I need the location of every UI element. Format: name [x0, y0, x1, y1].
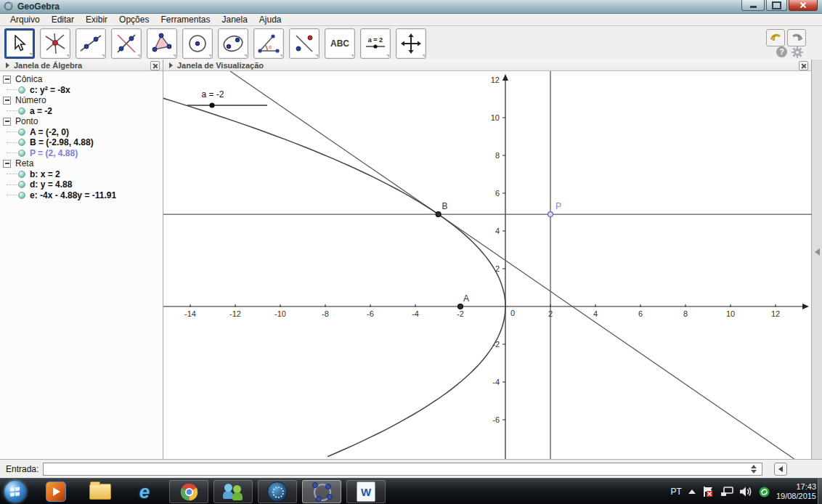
- minimize-button[interactable]: [741, 0, 765, 11]
- algebra-tree: Cônicac: y² = -8xNúmeroa = -2PontoA = (-…: [0, 71, 163, 200]
- menu-opções[interactable]: Opções: [113, 15, 155, 25]
- algebra-item[interactable]: P = (2, 4.88): [3, 148, 163, 159]
- text-tool-button[interactable]: ABC: [325, 28, 355, 59]
- ie-icon: e: [139, 482, 150, 501]
- new-point-icon: [44, 33, 66, 54]
- taskbar-clock[interactable]: 17:43 19/08/2015: [776, 482, 816, 501]
- collapse-toggle-icon[interactable]: [3, 76, 11, 84]
- undo-button[interactable]: [766, 29, 785, 46]
- reflection-tool-button[interactable]: [289, 28, 320, 59]
- object-visibility-marble-icon[interactable]: [18, 181, 25, 188]
- object-visibility-marble-icon[interactable]: [18, 107, 25, 115]
- menu-ferramentas[interactable]: Ferramentas: [155, 15, 216, 25]
- help-button[interactable]: ?: [776, 46, 787, 57]
- algebra-item[interactable]: b: x = 2: [3, 169, 163, 180]
- angle-icon: α: [257, 33, 280, 54]
- taskbar-chrome[interactable]: [169, 480, 208, 503]
- algebra-item[interactable]: B = (-2.98, 4.88): [3, 137, 163, 148]
- action-center-flag-icon[interactable]: [702, 487, 714, 497]
- conic-c[interactable]: [163, 98, 505, 457]
- conic-tool-button[interactable]: [218, 28, 248, 59]
- show-desktop-button[interactable]: [818, 479, 822, 504]
- object-visibility-marble-icon[interactable]: [18, 192, 25, 199]
- clock-date: 19/08/2015: [776, 492, 816, 501]
- volume-icon[interactable]: [740, 487, 752, 497]
- spinner-down-icon: [751, 470, 757, 473]
- close-icon: [799, 1, 807, 9]
- algebra-view-header[interactable]: Janela de Álgebra: [0, 60, 163, 71]
- panel-menu-arrow-icon[interactable]: [6, 62, 9, 68]
- algebra-item[interactable]: c: y² = -8x: [3, 85, 163, 96]
- x-tick-label: 4: [593, 309, 598, 318]
- algebra-view-title: Janela de Álgebra: [14, 61, 82, 70]
- move-tool-button[interactable]: [4, 28, 35, 59]
- network-icon[interactable]: [720, 487, 733, 497]
- taskbar-messenger[interactable]: [213, 480, 253, 503]
- menu-janela[interactable]: Janela: [216, 15, 253, 25]
- language-indicator[interactable]: PT: [671, 487, 682, 497]
- start-button[interactable]: [4, 481, 26, 503]
- point-B[interactable]: [436, 212, 441, 217]
- line-e[interactable]: [230, 71, 794, 459]
- panel-collapse-arrow-icon[interactable]: [815, 248, 820, 256]
- taskbar-media-player[interactable]: [36, 480, 76, 503]
- algebra-item[interactable]: e: -4x - 4.88y = -11.91: [3, 190, 163, 201]
- show-hidden-icons-arrow[interactable]: [688, 489, 696, 494]
- object-visibility-marble-icon[interactable]: [18, 150, 25, 157]
- algebra-item[interactable]: a = -2: [3, 106, 163, 117]
- taskbar-explorer[interactable]: [81, 480, 120, 503]
- menu-exibir[interactable]: Exibir: [80, 15, 113, 25]
- object-visibility-marble-icon[interactable]: [18, 86, 25, 94]
- menu-ajuda[interactable]: Ajuda: [253, 15, 288, 25]
- collapse-toggle-icon[interactable]: [3, 160, 11, 168]
- menu-editar[interactable]: Editar: [46, 15, 80, 25]
- algebra-item[interactable]: d: y = 4.88: [3, 179, 163, 190]
- graphics-canvas[interactable]: -14-12-10-8-6-4-224681012-6-4-2246810120…: [163, 71, 812, 459]
- abc-glyph: ABC: [330, 38, 349, 49]
- graphics-close-icon[interactable]: [799, 61, 808, 70]
- folder-icon: [89, 484, 111, 500]
- object-visibility-marble-icon[interactable]: [18, 171, 25, 178]
- slider-tool-button[interactable]: a = 2: [360, 28, 391, 59]
- x-tick-label: 12: [771, 309, 780, 318]
- slider-a-handle[interactable]: [209, 102, 214, 107]
- tree-connector: [7, 174, 17, 174]
- algebra-close-icon[interactable]: [150, 61, 160, 70]
- close-button[interactable]: [789, 0, 818, 11]
- object-visibility-marble-icon[interactable]: [18, 139, 25, 146]
- special-line-tool-button[interactable]: [111, 28, 142, 59]
- tree-connector: [7, 153, 17, 153]
- point-label-P: P: [556, 201, 561, 211]
- sync-status-icon[interactable]: [759, 487, 770, 497]
- angle-tool-button[interactable]: α: [253, 28, 284, 59]
- move-graphics-tool-button[interactable]: [396, 28, 426, 59]
- y-tick-label: -6: [492, 415, 500, 424]
- algebra-section-label: Ponto: [15, 116, 38, 126]
- settings-gear-icon[interactable]: [792, 46, 803, 58]
- collapse-toggle-icon[interactable]: [3, 97, 11, 105]
- taskbar-geogebra[interactable]: [302, 480, 341, 503]
- y-tick-label: 2: [495, 264, 500, 273]
- word-icon: W: [357, 481, 375, 502]
- algebra-item[interactable]: A = (-2, 0): [3, 127, 163, 138]
- menu-arquivo[interactable]: Arquivo: [4, 15, 46, 25]
- circle-tool-button[interactable]: [182, 28, 213, 59]
- collapse-toggle-icon[interactable]: [3, 118, 11, 126]
- taskbar-internet-explorer[interactable]: e: [125, 480, 164, 503]
- point-P[interactable]: [548, 212, 553, 217]
- input-history-spinner[interactable]: [751, 465, 757, 473]
- taskbar-word[interactable]: W: [346, 480, 386, 503]
- input-help-toggle-button[interactable]: [774, 463, 787, 476]
- x-tick-label: 6: [638, 309, 643, 318]
- point-A[interactable]: [458, 304, 463, 309]
- line-tool-button[interactable]: [76, 28, 106, 59]
- taskbar-media-codec[interactable]: [258, 480, 297, 503]
- point-tool-button[interactable]: [40, 28, 70, 59]
- polygon-tool-button[interactable]: [147, 28, 177, 59]
- redo-button[interactable]: [787, 29, 806, 46]
- object-visibility-marble-icon[interactable]: [18, 129, 25, 136]
- maximize-button[interactable]: [766, 0, 787, 11]
- entrada-input[interactable]: [43, 463, 762, 476]
- panel-menu-arrow-icon[interactable]: [169, 62, 173, 68]
- graphics-view-header[interactable]: Janela de Visualização: [163, 60, 811, 71]
